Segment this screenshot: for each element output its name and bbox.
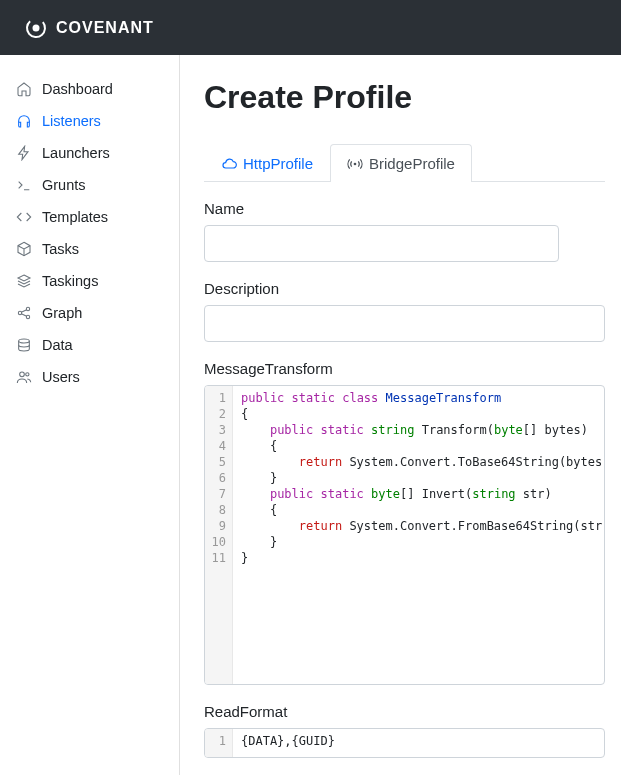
messagetransform-label: MessageTransform [204,360,605,377]
code-content[interactable]: public static class MessageTransform{ pu… [233,386,604,684]
sidebar-item-templates[interactable]: Templates [0,201,179,233]
tab-httpprofile[interactable]: HttpProfile [204,144,330,182]
page-title: Create Profile [204,79,605,116]
sidebar-item-label: Graph [42,305,82,321]
package-icon [16,241,32,257]
users-icon [16,369,32,385]
sidebar-item-data[interactable]: Data [0,329,179,361]
sidebar-item-launchers[interactable]: Launchers [0,137,179,169]
line-gutter: 1 [205,729,233,757]
profile-tabs: HttpProfile BridgeProfile [204,144,605,182]
sidebar-item-label: Tasks [42,241,79,257]
sidebar-item-graph[interactable]: Graph [0,297,179,329]
description-input[interactable] [204,305,605,342]
home-icon [16,81,32,97]
zap-icon [16,145,32,161]
svg-point-7 [26,373,29,376]
name-label: Name [204,200,605,217]
broadcast-icon [347,156,363,172]
database-icon [16,337,32,353]
cloud-icon [221,156,237,172]
navbar: COVENANT [0,0,621,55]
sidebar-item-label: Templates [42,209,108,225]
terminal-icon [16,177,32,193]
covenant-logo-icon [24,16,48,40]
sidebar-item-listeners[interactable]: Listeners [0,105,179,137]
code-content[interactable]: {DATA},{GUID} [233,729,604,757]
sidebar-item-label: Dashboard [42,81,113,97]
svg-point-5 [19,339,30,343]
main-content: Create Profile HttpProfile BridgeProfile… [180,55,621,775]
sidebar-item-grunts[interactable]: Grunts [0,169,179,201]
readformat-label: ReadFormat [204,703,605,720]
app-logo[interactable]: COVENANT [24,16,154,40]
sidebar-item-label: Grunts [42,177,86,193]
sidebar-item-tasks[interactable]: Tasks [0,233,179,265]
messagetransform-editor[interactable]: 1234567891011 public static class Messag… [204,385,605,685]
tab-bridgeprofile[interactable]: BridgeProfile [330,144,472,182]
description-label: Description [204,280,605,297]
share-icon [16,305,32,321]
sidebar-item-label: Data [42,337,73,353]
svg-point-6 [20,372,25,377]
svg-point-1 [33,24,40,31]
tab-label: BridgeProfile [369,155,455,172]
sidebar-item-label: Users [42,369,80,385]
line-gutter: 1234567891011 [205,386,233,684]
sidebar-item-label: Launchers [42,145,110,161]
sidebar-item-label: Listeners [42,113,101,129]
sidebar: Dashboard Listeners Launchers Grunts Tem… [0,55,180,775]
sidebar-item-users[interactable]: Users [0,361,179,393]
app-name: COVENANT [56,19,154,37]
layers-icon [16,273,32,289]
tab-label: HttpProfile [243,155,313,172]
code-icon [16,209,32,225]
name-input[interactable] [204,225,559,262]
sidebar-item-taskings[interactable]: Taskings [0,265,179,297]
readformat-editor[interactable]: 1 {DATA},{GUID} [204,728,605,758]
svg-point-8 [354,162,357,165]
sidebar-item-dashboard[interactable]: Dashboard [0,73,179,105]
headphones-icon [16,113,32,129]
sidebar-item-label: Taskings [42,273,98,289]
